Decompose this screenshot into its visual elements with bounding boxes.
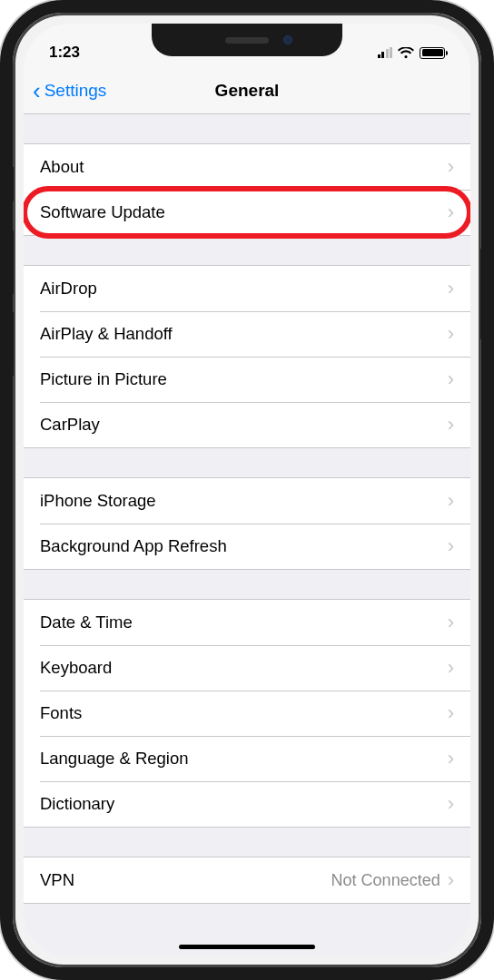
- row-dictionary[interactable]: Dictionary›: [24, 781, 470, 827]
- settings-section: About›Software Update›: [24, 143, 470, 236]
- row-language-region[interactable]: Language & Region›: [24, 736, 470, 781]
- row-accessory: ›: [448, 536, 454, 556]
- row-value: Not Connected: [331, 871, 440, 890]
- notch: [152, 24, 342, 56]
- row-label: AirPlay & Handoff: [40, 324, 173, 344]
- row-accessory: ›: [448, 612, 454, 632]
- row-label: CarPlay: [40, 415, 100, 435]
- front-camera: [283, 35, 292, 44]
- row-accessory: ›: [448, 369, 454, 389]
- row-accessory: Not Connected›: [331, 870, 454, 890]
- row-label: Software Update: [40, 202, 165, 222]
- page-title: General: [215, 81, 280, 101]
- settings-section: Date & Time›Keyboard›Fonts›Language & Re…: [24, 599, 470, 828]
- chevron-right-icon: ›: [448, 279, 454, 299]
- row-accessory: ›: [448, 324, 454, 344]
- home-indicator[interactable]: [179, 945, 315, 949]
- settings-content[interactable]: About›Software Update›AirDrop›AirPlay & …: [24, 114, 470, 956]
- settings-section: AirDrop›AirPlay & Handoff›Picture in Pic…: [24, 265, 470, 448]
- cellular-signal-icon: [378, 47, 393, 58]
- chevron-right-icon: ›: [448, 870, 454, 890]
- row-airdrop[interactable]: AirDrop›: [24, 266, 470, 311]
- mute-switch: [10, 167, 14, 201]
- row-carplay[interactable]: CarPlay›: [24, 402, 470, 447]
- volume-down-button: [10, 312, 14, 376]
- chevron-right-icon: ›: [448, 703, 454, 723]
- speaker: [225, 37, 269, 44]
- row-about[interactable]: About›: [24, 144, 470, 190]
- settings-section: VPNNot Connected›: [24, 857, 470, 904]
- chevron-right-icon: ›: [448, 202, 454, 222]
- row-label: VPN: [40, 870, 74, 890]
- row-accessory: ›: [448, 157, 454, 177]
- back-button[interactable]: ‹ Settings: [33, 79, 106, 103]
- row-accessory: ›: [448, 491, 454, 511]
- chevron-right-icon: ›: [448, 794, 454, 814]
- row-background-app-refresh[interactable]: Background App Refresh›: [24, 524, 470, 569]
- back-label: Settings: [44, 81, 107, 101]
- chevron-right-icon: ›: [448, 749, 454, 769]
- row-label: Dictionary: [40, 794, 114, 814]
- phone-frame: 1:23 ‹ Settings General About›: [0, 0, 494, 980]
- row-airplay-handoff[interactable]: AirPlay & Handoff›: [24, 311, 470, 357]
- chevron-right-icon: ›: [448, 415, 454, 435]
- status-time: 1:23: [49, 44, 80, 62]
- row-label: Keyboard: [40, 658, 112, 678]
- row-accessory: ›: [448, 703, 454, 723]
- battery-icon: [420, 47, 445, 59]
- row-label: Date & Time: [40, 612, 133, 632]
- row-accessory: ›: [448, 279, 454, 299]
- row-accessory: ›: [448, 658, 454, 678]
- row-accessory: ›: [448, 749, 454, 769]
- row-accessory: ›: [448, 794, 454, 814]
- row-label: About: [40, 157, 84, 177]
- chevron-right-icon: ›: [448, 536, 454, 556]
- chevron-right-icon: ›: [448, 324, 454, 344]
- row-iphone-storage[interactable]: iPhone Storage›: [24, 478, 470, 524]
- chevron-left-icon: ‹: [33, 79, 41, 103]
- chevron-right-icon: ›: [448, 491, 454, 511]
- screen: 1:23 ‹ Settings General About›: [24, 24, 470, 956]
- row-date-time[interactable]: Date & Time›: [24, 600, 470, 645]
- row-picture-in-picture[interactable]: Picture in Picture›: [24, 357, 470, 402]
- row-software-update[interactable]: Software Update›: [24, 190, 470, 235]
- row-keyboard[interactable]: Keyboard›: [24, 645, 470, 691]
- chevron-right-icon: ›: [448, 369, 454, 389]
- row-vpn[interactable]: VPNNot Connected›: [24, 858, 470, 903]
- row-label: Background App Refresh: [40, 536, 227, 556]
- navigation-bar: ‹ Settings General: [24, 67, 470, 114]
- settings-section: iPhone Storage›Background App Refresh›: [24, 477, 470, 570]
- row-accessory: ›: [448, 415, 454, 435]
- wifi-icon: [398, 47, 414, 59]
- chevron-right-icon: ›: [448, 658, 454, 678]
- row-label: Language & Region: [40, 749, 189, 769]
- row-label: iPhone Storage: [40, 491, 156, 511]
- row-fonts[interactable]: Fonts›: [24, 691, 470, 736]
- row-accessory: ›: [448, 202, 454, 222]
- chevron-right-icon: ›: [448, 612, 454, 632]
- row-label: Picture in Picture: [40, 369, 167, 389]
- power-button: [480, 249, 484, 339]
- row-label: AirDrop: [40, 279, 97, 299]
- status-indicators: [378, 47, 446, 59]
- chevron-right-icon: ›: [448, 157, 454, 177]
- row-label: Fonts: [40, 703, 82, 723]
- volume-up-button: [10, 230, 14, 294]
